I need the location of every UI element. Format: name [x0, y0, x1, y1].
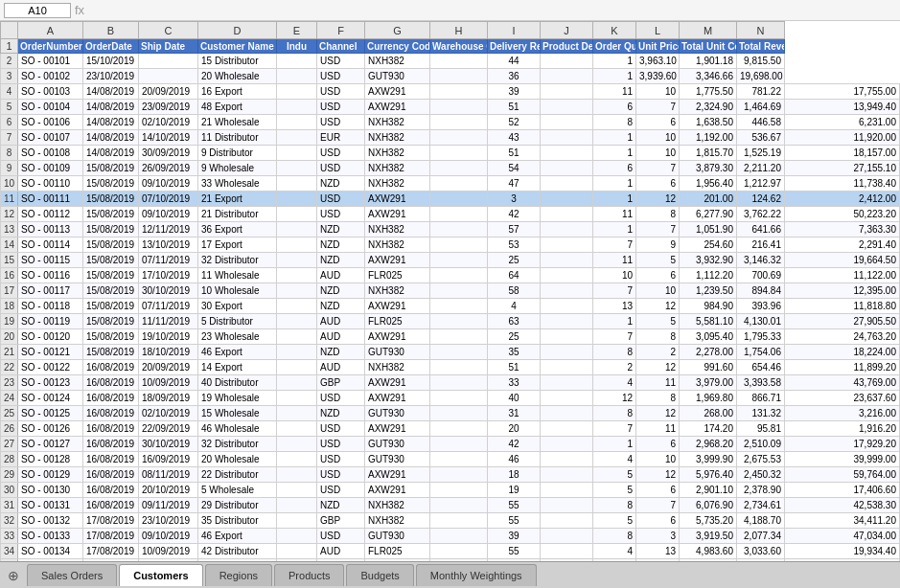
- cell-unit-price[interactable]: 7: [636, 498, 680, 513]
- tab-customers[interactable]: Customers: [119, 564, 202, 586]
- cell-total-revenue[interactable]: 1,212.97: [737, 176, 785, 192]
- cell-order-qty[interactable]: 4: [593, 375, 636, 391]
- cell-total-unit-cost[interactable]: 984.90: [680, 299, 737, 314]
- table-row[interactable]: 20SO - 0012015/08/201919/10/201923 Whole…: [1, 329, 900, 345]
- cell-ship-date[interactable]: 17/10/2019: [139, 268, 198, 283]
- cell-delivery-region[interactable]: 51: [488, 146, 541, 161]
- cell-unit-price[interactable]: 8: [636, 391, 680, 406]
- col-letter-b[interactable]: B: [83, 22, 139, 39]
- cell-indu[interactable]: [277, 176, 317, 192]
- cell-total-revenue[interactable]: 446.58: [737, 115, 785, 130]
- cell-warehouse-code[interactable]: [430, 360, 488, 375]
- cell-currency-code[interactable]: NXH382: [365, 222, 430, 237]
- cell-currency-code[interactable]: NXH382: [365, 54, 430, 69]
- cell-total-unit-cost[interactable]: 1,192.00: [680, 130, 737, 146]
- cell-ship-date[interactable]: 07/11/2019: [139, 299, 198, 314]
- cell-indu[interactable]: [277, 130, 317, 146]
- cell-total-unit-cost[interactable]: 5,976.40: [680, 467, 737, 483]
- cell-customer-name[interactable]: 17 Export: [198, 237, 277, 253]
- cell-ship-date[interactable]: 07/11/2019: [139, 253, 198, 268]
- cell-order-date[interactable]: 15/08/2019: [83, 253, 139, 268]
- cell-product-desc[interactable]: [541, 375, 593, 391]
- cell-ship-date[interactable]: 14/10/2019: [139, 130, 198, 146]
- table-row[interactable]: 24SO - 0012416/08/201918/09/201919 Whole…: [1, 391, 900, 406]
- cell-channel[interactable]: USD: [317, 437, 365, 452]
- cell-channel[interactable]: USD: [317, 100, 365, 115]
- cell-delivery-region[interactable]: 63: [488, 314, 541, 329]
- cell-unit-price[interactable]: 6: [636, 513, 680, 529]
- cell-unit-price[interactable]: 10: [636, 283, 680, 299]
- cell-ship-date[interactable]: 09/11/2019: [139, 498, 198, 513]
- table-row[interactable]: 4SO - 0010314/08/201920/09/201916 Export…: [1, 84, 900, 100]
- cell-order-qty[interactable]: 8: [593, 529, 636, 544]
- tab-budgets[interactable]: Budgets: [346, 564, 413, 586]
- cell-total-revenue[interactable]: 2,378.90: [737, 483, 785, 498]
- cell-unit-price[interactable]: 6: [636, 268, 680, 283]
- cell-currency-code[interactable]: AXW291: [365, 253, 430, 268]
- cell-currency-code[interactable]: NXH382: [365, 115, 430, 130]
- cell-customer-name[interactable]: 11 Distributor: [198, 130, 277, 146]
- cell-warehouse-code[interactable]: [430, 222, 488, 237]
- cell-channel[interactable]: USD: [317, 54, 365, 69]
- cell-unit-price[interactable]: 6: [636, 176, 680, 192]
- cell-unit-price[interactable]: 11: [636, 375, 680, 391]
- cell-total-unit-cost[interactable]: 6,076.90: [680, 498, 737, 513]
- cell-order-qty[interactable]: 10: [593, 268, 636, 283]
- cell-order-qty[interactable]: 1: [593, 176, 636, 192]
- cell-channel[interactable]: USD: [317, 207, 365, 222]
- cell-channel[interactable]: NZD: [317, 222, 365, 237]
- cell-order-date[interactable]: 17/08/2019: [83, 544, 139, 559]
- cell-unit-price[interactable]: 3: [636, 529, 680, 544]
- cell-total-revenue[interactable]: 2,734.61: [737, 498, 785, 513]
- cell-warehouse-code[interactable]: [430, 192, 488, 207]
- cell-undefined[interactable]: 13,949.40: [785, 100, 900, 115]
- cell-warehouse-code[interactable]: [430, 84, 488, 100]
- cell-ship-date[interactable]: 23/09/2019: [139, 100, 198, 115]
- cell-currency-code[interactable]: NXH382: [365, 498, 430, 513]
- cell-order-number[interactable]: SO - 00104: [18, 100, 83, 115]
- cell-channel[interactable]: EUR: [317, 130, 365, 146]
- cell-delivery-region[interactable]: 53: [488, 237, 541, 253]
- col-letter-k[interactable]: K: [593, 22, 636, 39]
- cell-customer-name[interactable]: 20 Wholesale: [198, 69, 277, 84]
- cell-channel[interactable]: USD: [317, 452, 365, 467]
- cell-product-desc[interactable]: [541, 467, 593, 483]
- cell-total-revenue[interactable]: 1,464.69: [737, 100, 785, 115]
- cell-currency-code[interactable]: AXW291: [365, 467, 430, 483]
- cell-unit-price[interactable]: 6: [636, 483, 680, 498]
- cell-total-revenue[interactable]: 9,815.50: [737, 54, 785, 69]
- cell-delivery-region[interactable]: 42: [488, 207, 541, 222]
- cell-customer-name[interactable]: 10 Wholesale: [198, 283, 277, 299]
- cell-order-number[interactable]: SO - 00130: [18, 483, 83, 498]
- cell-delivery-region[interactable]: 39: [488, 84, 541, 100]
- cell-order-qty[interactable]: 1: [593, 54, 636, 69]
- cell-customer-name[interactable]: 11 Wholesale: [198, 268, 277, 283]
- cell-order-number[interactable]: SO - 00121: [18, 345, 83, 360]
- cell-warehouse-code[interactable]: [430, 406, 488, 421]
- cell-ship-date[interactable]: 10/09/2019: [139, 544, 198, 559]
- header-currency[interactable]: Currency Code: [365, 39, 430, 54]
- cell-currency-code[interactable]: NXH382: [365, 130, 430, 146]
- cell-currency-code[interactable]: NXH382: [365, 146, 430, 161]
- table-row[interactable]: 3SO - 0010223/10/201920 WholesaleUSDGUT9…: [1, 69, 900, 84]
- cell-undefined[interactable]: 59,764.00: [785, 467, 900, 483]
- cell-undefined[interactable]: 19,934.40: [785, 544, 900, 559]
- cell-total-revenue[interactable]: 866.71: [737, 391, 785, 406]
- cell-order-qty[interactable]: 11: [593, 84, 636, 100]
- cell-order-qty[interactable]: 1: [593, 130, 636, 146]
- cell-order-date[interactable]: 15/08/2019: [83, 329, 139, 345]
- cell-product-desc[interactable]: [541, 69, 593, 84]
- cell-total-unit-cost[interactable]: 3,932.90: [680, 253, 737, 268]
- cell-order-qty[interactable]: 1: [593, 192, 636, 207]
- cell-order-number[interactable]: SO - 00126: [18, 421, 83, 437]
- cell-product-desc[interactable]: [541, 513, 593, 529]
- cell-ship-date[interactable]: 23/10/2019: [139, 513, 198, 529]
- cell-warehouse-code[interactable]: [430, 146, 488, 161]
- cell-ship-date[interactable]: 30/10/2019: [139, 437, 198, 452]
- cell-currency-code[interactable]: FLR025: [365, 268, 430, 283]
- col-letter-g[interactable]: G: [365, 22, 430, 39]
- cell-channel[interactable]: USD: [317, 421, 365, 437]
- cell-currency-code[interactable]: NXH382: [365, 360, 430, 375]
- cell-order-date[interactable]: 15/08/2019: [83, 345, 139, 360]
- cell-total-revenue[interactable]: 216.41: [737, 237, 785, 253]
